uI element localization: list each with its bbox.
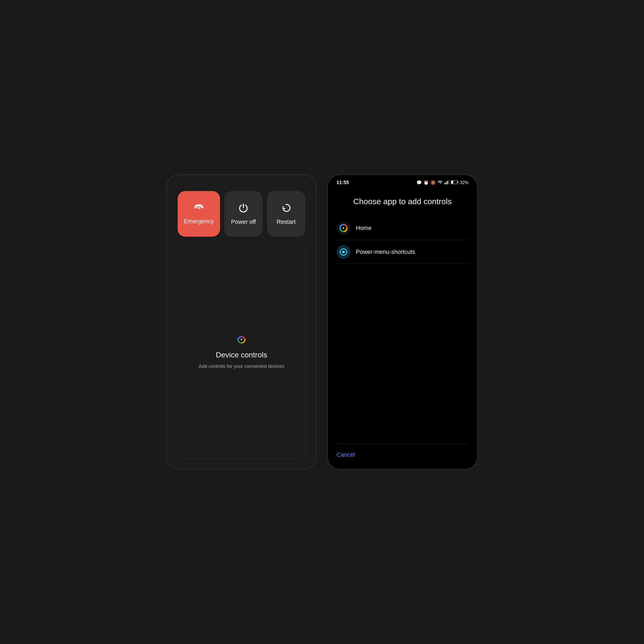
cancel-button[interactable]: Cancel xyxy=(336,450,355,459)
app-list: Home Power-menu-shortcuts xyxy=(336,216,469,264)
power-off-button[interactable]: Power off xyxy=(224,191,263,237)
list-item-shortcuts[interactable]: Power-menu-shortcuts xyxy=(336,240,469,264)
power-icon xyxy=(238,202,249,215)
svg-rect-9 xyxy=(458,181,458,183)
device-controls-card[interactable]: Device controls Add controls for your co… xyxy=(178,243,305,458)
home-app-icon-wrapper xyxy=(336,221,350,235)
svg-point-3 xyxy=(241,339,242,340)
mute-icon: 🔕 xyxy=(430,180,436,185)
svg-rect-5 xyxy=(446,182,447,184)
right-phone: 11:55 💬 ⏰ 🔕 xyxy=(327,174,478,470)
svg-point-13 xyxy=(343,228,344,229)
svg-rect-7 xyxy=(448,180,449,184)
restart-label: Restart xyxy=(277,218,296,225)
emergency-label: Emergency xyxy=(184,218,214,225)
list-item-home[interactable]: Home xyxy=(336,216,469,240)
wifi-icon xyxy=(437,180,443,185)
shortcuts-app-icon xyxy=(336,245,350,259)
shortcuts-app-icon-wrapper xyxy=(336,245,350,259)
restart-icon xyxy=(280,202,292,215)
emergency-button[interactable]: Emergency xyxy=(178,191,220,237)
left-phone: Emergency Power off Restart xyxy=(166,174,317,470)
battery-icon xyxy=(451,180,458,185)
right-spacer xyxy=(336,264,469,444)
svg-rect-10 xyxy=(451,181,453,184)
google-home-icon xyxy=(235,332,248,346)
battery-percent: 32% xyxy=(460,180,469,185)
device-controls-subtitle: Add controls for your connected devices xyxy=(199,364,284,369)
right-content: Choose app to add controls Home xyxy=(328,188,477,444)
svg-rect-4 xyxy=(444,183,445,184)
status-time: 11:55 xyxy=(336,180,349,185)
right-bottom: Cancel xyxy=(328,444,477,469)
choose-app-title: Choose app to add controls xyxy=(336,196,469,207)
alarm-icon: ⏰ xyxy=(423,180,429,185)
status-icons: 💬 ⏰ 🔕 xyxy=(416,180,469,185)
power-buttons-row: Emergency Power off Restart xyxy=(178,191,305,237)
emergency-icon xyxy=(193,203,205,215)
status-bar: 11:55 💬 ⏰ 🔕 xyxy=(328,175,477,188)
device-controls-title: Device controls xyxy=(216,351,267,359)
home-app-icon xyxy=(336,221,350,235)
home-app-label: Home xyxy=(356,225,372,232)
power-off-label: Power off xyxy=(231,218,256,225)
svg-point-0 xyxy=(198,207,200,209)
shortcuts-app-label: Power-menu-shortcuts xyxy=(356,248,415,255)
signal-icon xyxy=(444,180,449,185)
whatsapp-icon: 💬 xyxy=(416,180,422,185)
svg-rect-6 xyxy=(447,181,448,184)
svg-point-16 xyxy=(342,251,345,253)
restart-button[interactable]: Restart xyxy=(267,191,305,237)
